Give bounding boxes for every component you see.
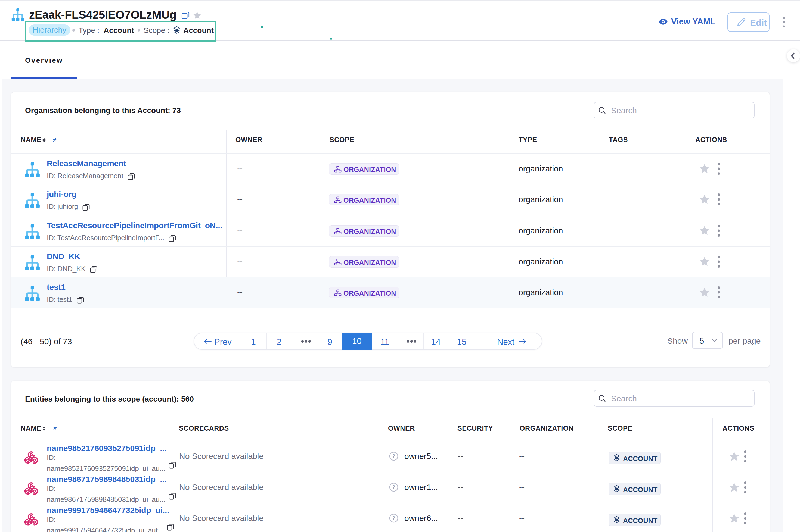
svg-text:?: ? — [393, 454, 395, 459]
svg-text:?: ? — [393, 484, 395, 490]
svg-text:?: ? — [393, 515, 395, 521]
